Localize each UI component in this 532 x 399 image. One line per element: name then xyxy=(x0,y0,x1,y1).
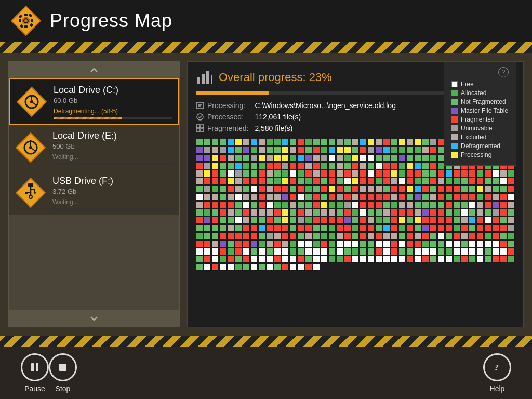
map-cell xyxy=(375,178,382,185)
scroll-up-button[interactable] xyxy=(9,62,179,78)
map-cell xyxy=(282,139,289,146)
map-cell xyxy=(328,232,336,240)
map-cell xyxy=(282,240,289,247)
legend-help-button[interactable]: ? xyxy=(498,67,509,77)
map-cell xyxy=(282,263,289,271)
drive-item-c[interactable]: Local Drive (C:) 60.0 Gb Defragmenting..… xyxy=(9,78,179,125)
pause-button[interactable]: Pause xyxy=(21,353,49,393)
map-cell xyxy=(352,256,359,263)
map-cell xyxy=(274,256,281,263)
map-cell xyxy=(297,201,304,208)
map-cell xyxy=(196,154,203,162)
map-cell xyxy=(250,224,258,232)
map-cell xyxy=(196,240,203,247)
map-cell xyxy=(500,209,507,216)
map-cell xyxy=(367,139,375,146)
map-cell xyxy=(305,232,312,240)
map-cell xyxy=(344,162,351,169)
help-button[interactable]: ? Help xyxy=(483,353,511,393)
map-cell xyxy=(406,193,414,201)
map-cell xyxy=(282,147,289,154)
map-cell xyxy=(235,232,242,240)
map-cell xyxy=(204,193,211,201)
map-cell xyxy=(297,232,304,240)
map-cell xyxy=(383,193,390,201)
map-cell xyxy=(204,178,211,185)
map-cell xyxy=(484,232,491,240)
map-cell xyxy=(391,256,398,263)
map-cell xyxy=(352,224,359,232)
map-cell xyxy=(391,224,398,232)
stop-button-circle xyxy=(49,353,77,381)
map-cell xyxy=(469,224,476,232)
map-cell xyxy=(204,217,211,224)
map-cell xyxy=(297,256,304,263)
map-cell xyxy=(360,154,367,162)
map-cell xyxy=(305,170,312,177)
map-cell xyxy=(227,170,234,177)
map-cell xyxy=(274,248,281,255)
map-cell xyxy=(476,209,484,216)
map-cell xyxy=(305,193,312,201)
map-cell xyxy=(336,185,343,193)
map-cell xyxy=(266,147,273,154)
map-cell xyxy=(282,154,289,162)
map-cell xyxy=(211,193,219,201)
map-cell xyxy=(243,170,250,177)
map-cell xyxy=(398,139,406,146)
drive-item-f[interactable]: USB Drive (F:) 3.72 Gb Waiting... xyxy=(9,170,179,215)
legend-color-box xyxy=(451,81,458,87)
map-cell xyxy=(250,178,258,185)
pause-button-circle xyxy=(21,353,49,381)
svg-point-12 xyxy=(24,19,28,22)
map-cell xyxy=(461,178,468,185)
map-cell xyxy=(469,201,476,208)
map-cell xyxy=(367,185,375,193)
map-cell xyxy=(250,162,258,169)
map-cell xyxy=(313,185,320,193)
map-cell xyxy=(313,232,320,240)
map-cell xyxy=(250,256,258,263)
map-cell xyxy=(196,263,203,271)
map-cell xyxy=(422,185,429,193)
map-cell xyxy=(414,147,421,154)
map-cell xyxy=(243,248,250,255)
map-cell xyxy=(352,154,359,162)
map-cell xyxy=(336,232,343,240)
map-cell xyxy=(196,178,203,185)
map-cell xyxy=(305,248,312,255)
map-cell xyxy=(391,147,398,154)
map-cell xyxy=(258,170,265,177)
map-cell xyxy=(476,248,484,255)
map-cell xyxy=(289,139,297,146)
drive-item-e[interactable]: Local Drive (E:) 500 Gb Waiting... xyxy=(9,125,179,170)
map-cell xyxy=(406,248,414,255)
map-cell xyxy=(321,240,328,247)
scroll-down-button[interactable] xyxy=(9,310,179,327)
map-cell xyxy=(321,232,328,240)
stop-button[interactable]: Stop xyxy=(49,353,77,393)
map-cell xyxy=(250,147,258,154)
map-cell xyxy=(445,201,453,208)
map-cell xyxy=(469,178,476,185)
map-cell xyxy=(336,201,343,208)
map-cell xyxy=(367,170,375,177)
map-cell xyxy=(445,232,453,240)
map-cell xyxy=(492,248,499,255)
map-cell xyxy=(235,240,242,247)
map-cell xyxy=(328,162,336,169)
stop-icon xyxy=(57,362,69,373)
map-cell xyxy=(508,178,515,185)
map-cell xyxy=(484,209,491,216)
map-cell xyxy=(453,256,460,263)
map-cell xyxy=(344,154,351,162)
map-cell xyxy=(406,154,414,162)
map-cell xyxy=(398,162,406,169)
svg-rect-41 xyxy=(196,102,204,109)
map-cell xyxy=(422,193,429,201)
map-cell xyxy=(321,201,328,208)
hazard-stripe-bottom xyxy=(0,336,532,347)
map-cell xyxy=(437,217,445,224)
map-cell xyxy=(344,209,351,216)
map-cell xyxy=(282,217,289,224)
